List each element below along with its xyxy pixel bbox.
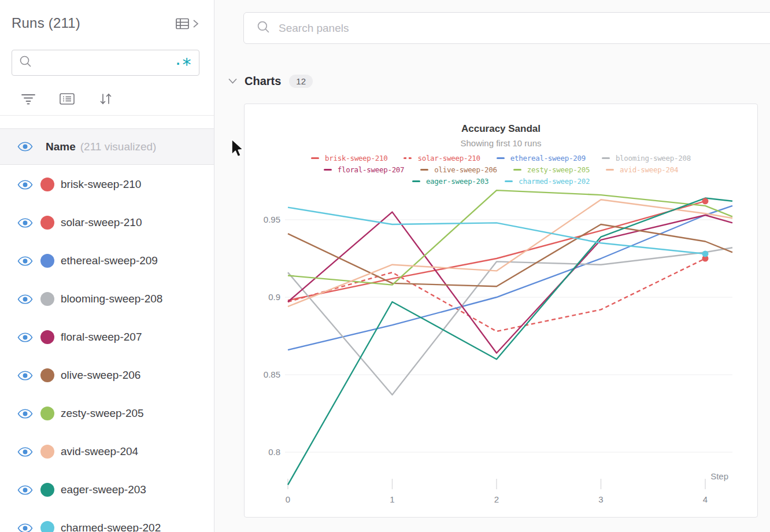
legend-label: zesty-sweep-205 [527,165,590,174]
legend-line-swatch [324,169,332,171]
legend-item[interactable]: ethereal-sweep-209 [497,154,586,162]
sidebar-divider [0,115,214,116]
legend-line-swatch [513,169,521,171]
chart-panel[interactable]: 0.950.90.850.801234Step Accuracy Sandal … [244,104,758,518]
runs-table-icon[interactable] [175,17,191,32]
eye-icon[interactable] [17,179,33,190]
eye-icon[interactable] [17,217,33,228]
run-row[interactable]: eager-sweep-203 [0,471,214,509]
chart-subtitle: Showing first 10 runs [245,138,757,148]
legend-line-swatch [602,157,610,159]
chevron-right-icon[interactable] [192,18,199,32]
runs-sidebar: Runs (211) [0,0,214,532]
runs-search-input[interactable] [38,57,175,69]
chart-legend: brisk-sweep-210solar-sweep-210ethereal-s… [245,152,757,187]
x-axis-tick-label: 0 [286,494,290,504]
filter-icon[interactable] [21,92,36,108]
series-end-marker [702,250,709,257]
legend-line-swatch [420,169,428,171]
run-row[interactable]: brisk-sweep-210 [0,165,214,204]
legend-label: blooming-sweep-208 [616,154,691,162]
list-icon[interactable] [59,92,75,108]
panel-search-input[interactable] [279,22,770,35]
run-name-label: zesty-sweep-205 [61,407,144,420]
series-end-marker [702,198,709,204]
run-row[interactable]: charmed-sweep-202 [0,509,214,532]
chevron-down-icon[interactable] [228,76,238,87]
legend-line-swatch [505,180,513,182]
eye-icon[interactable] [17,523,33,532]
legend-line-swatch [311,157,319,159]
runs-header-label: Name [46,141,76,153]
legend-item[interactable]: floral-sweep-207 [324,165,405,174]
y-axis-tick-label: 0.9 [268,292,280,302]
x-axis-title: Step [710,471,728,481]
run-color-dot [40,368,54,382]
legend-item[interactable]: eager-sweep-203 [412,177,488,186]
main-content: Charts 12 0.950.90.850.801234Step Accura… [215,0,770,532]
eye-icon[interactable] [17,141,33,152]
legend-item[interactable]: olive-sweep-206 [420,165,497,174]
legend-line-swatch [606,169,614,171]
app-root: Runs (211) [0,0,770,532]
series-line [288,201,705,301]
run-row[interactable]: floral-sweep-207 [0,318,214,356]
eye-icon[interactable] [17,332,33,343]
legend-label: brisk-sweep-210 [325,154,387,162]
eye-icon[interactable] [17,256,33,267]
legend-label: ethereal-sweep-209 [510,154,586,162]
run-row[interactable]: ethereal-sweep-209 [0,242,214,280]
chart-title: Accuracy Sandal [245,123,757,135]
eye-icon[interactable] [17,408,33,419]
legend-dashed-line-swatch [403,157,412,159]
legend-label: olive-sweep-206 [434,165,497,174]
run-row[interactable]: olive-sweep-206 [0,356,214,394]
search-icon [19,55,32,71]
y-axis-tick-label: 0.95 [264,215,280,224]
runs-panel-title: Runs (211) [12,15,202,31]
charts-section-label[interactable]: Charts [245,75,281,88]
run-name-label: floral-sweep-207 [61,331,142,343]
eye-icon[interactable] [17,485,33,496]
legend-label: eager-sweep-203 [426,177,488,186]
legend-item[interactable]: brisk-sweep-210 [311,154,387,162]
x-axis-tick-label: 4 [703,494,708,504]
run-color-dot [40,407,54,420]
eye-icon[interactable] [17,446,33,457]
runs-list-header[interactable]: Name (211 visualized) [0,128,214,165]
run-color-dot [40,445,54,459]
legend-item[interactable]: charmed-sweep-202 [505,177,590,186]
run-name-label: brisk-sweep-210 [61,178,141,191]
run-color-dot [40,292,54,306]
run-name-label: olive-sweep-206 [61,369,140,382]
run-name-label: solar-sweep-210 [61,216,142,229]
run-name-label: blooming-sweep-208 [61,293,162,305]
run-color-dot [40,254,54,268]
series-line [288,190,732,285]
legend-item[interactable]: avid-sweep-204 [606,165,678,174]
regex-toggle-icon[interactable]: .* [175,58,192,68]
series-line [288,200,732,306]
run-row[interactable]: zesty-sweep-205 [0,394,214,433]
runs-list: brisk-sweep-210solar-sweep-210ethereal-s… [0,165,214,532]
run-color-dot [40,216,54,230]
run-row[interactable]: avid-sweep-204 [0,433,214,471]
charts-section-header: Charts 12 [228,75,313,88]
run-row[interactable]: solar-sweep-210 [0,204,214,242]
eye-icon[interactable] [17,294,33,305]
y-axis-tick-label: 0.8 [268,447,280,457]
legend-item[interactable]: zesty-sweep-205 [513,165,590,174]
eye-icon[interactable] [17,370,33,381]
series-line [288,247,732,395]
charts-count-badge: 12 [289,75,313,88]
sort-icon[interactable] [98,91,113,109]
legend-item[interactable]: blooming-sweep-208 [602,154,691,162]
run-row[interactable]: blooming-sweep-208 [0,280,214,318]
legend-item[interactable]: solar-sweep-210 [403,154,480,162]
run-name-label: eager-sweep-203 [61,483,146,496]
legend-line-swatch [412,180,420,182]
panel-search-bar [243,12,770,44]
run-color-dot [40,521,54,532]
run-name-label: avid-sweep-204 [61,445,138,458]
x-axis-tick-label: 3 [598,494,603,504]
